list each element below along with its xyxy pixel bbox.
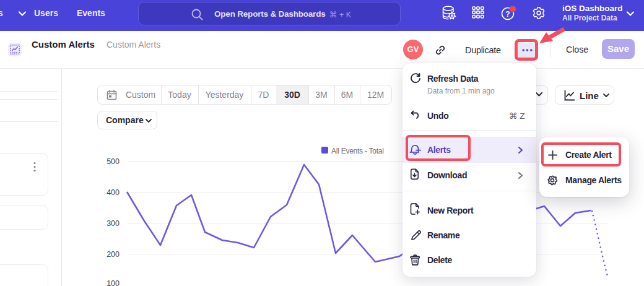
svg-text:300: 300 [107,219,120,228]
svg-text:400: 400 [107,188,120,197]
svg-text:200: 200 [107,250,120,259]
svg-text:?: ? [505,10,510,19]
svg-text:500: 500 [107,157,120,166]
svg-text:100: 100 [107,279,120,286]
